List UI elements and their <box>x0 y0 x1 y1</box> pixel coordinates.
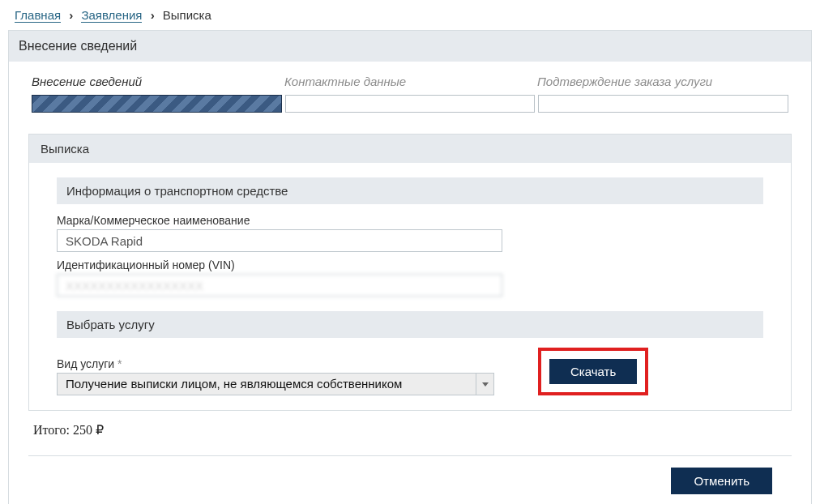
download-highlight: Скачать <box>538 348 648 395</box>
panel-title: Внесение сведений <box>9 31 811 62</box>
excerpt-panel: Выписка Информация о транспортном средст… <box>28 134 792 411</box>
footer-actions: Отменить <box>9 468 811 501</box>
vin-input <box>57 274 502 297</box>
divider <box>28 455 792 456</box>
total-row: Итого: 250 ₽ <box>33 422 787 438</box>
chevron-right-icon: › <box>151 8 155 22</box>
wizard-steps: Внесение сведений Контактные данные Подт… <box>9 62 811 95</box>
required-mark: * <box>117 357 122 370</box>
service-heading: Выбрать услугу <box>57 311 763 338</box>
cancel-button[interactable]: Отменить <box>671 468 772 494</box>
step-label-1: Внесение сведений <box>32 75 283 88</box>
excerpt-title: Выписка <box>29 135 791 163</box>
step-label-3: Подтверждение заказа услуги <box>537 75 788 88</box>
wizard-progress <box>9 95 811 121</box>
progress-seg-3 <box>538 95 788 113</box>
service-type-value: Получение выписки лицом, не являющемся с… <box>66 377 402 391</box>
breadcrumb: Главная › Заявления › Выписка <box>0 0 820 27</box>
vin-label: Идентификационный номер (VIN) <box>57 258 763 271</box>
step-label-2: Контактные данные <box>284 75 536 88</box>
brand-input <box>57 229 502 252</box>
chevron-right-icon: › <box>69 8 73 22</box>
progress-seg-2 <box>285 95 536 113</box>
breadcrumb-home[interactable]: Главная <box>15 8 61 23</box>
total-label: Итого: <box>33 423 70 437</box>
vehicle-info-heading: Информация о транспортном средстве <box>57 177 763 204</box>
main-panel: Внесение сведений Внесение сведений Конт… <box>8 30 812 504</box>
chevron-down-icon <box>476 374 493 395</box>
download-button[interactable]: Скачать <box>549 359 637 384</box>
brand-label: Марка/Коммерческое наименование <box>57 214 763 227</box>
service-type-label: Вид услуги * <box>57 357 494 370</box>
service-type-select[interactable]: Получение выписки лицом, не являющемся с… <box>57 373 494 395</box>
progress-seg-1 <box>32 95 282 113</box>
total-amount: 250 ₽ <box>73 423 104 437</box>
breadcrumb-current: Выписка <box>163 8 211 22</box>
breadcrumb-applications[interactable]: Заявления <box>81 8 142 23</box>
